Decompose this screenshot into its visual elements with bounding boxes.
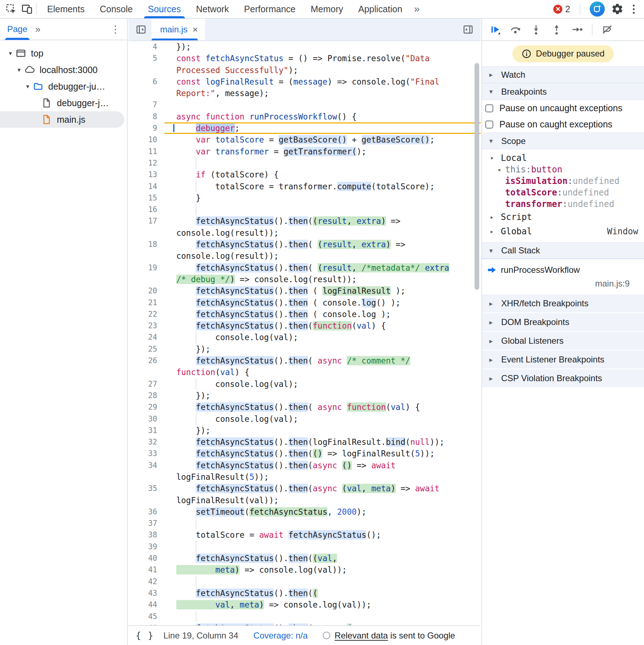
section-global-listeners[interactable]: ▸Global Listeners [482, 332, 644, 351]
code-line-26[interactable]: 26 fetchAsyncStatus().then( async /* com… [128, 355, 481, 366]
line-number[interactable]: 14 [128, 181, 164, 192]
line-number[interactable] [128, 64, 164, 76]
code-line-28[interactable]: 28 }); [128, 390, 481, 401]
code-line-5[interactable]: 5const fetchAsyncStatus = () => Promise.… [128, 53, 481, 64]
checkbox-unchecked[interactable] [485, 121, 493, 128]
code-line-25[interactable]: 25 }); [128, 343, 481, 355]
line-number[interactable]: 35 [128, 483, 164, 494]
line-number[interactable] [128, 274, 164, 285]
code-line-12[interactable]: 12 [128, 157, 481, 169]
line-number[interactable]: 5 [128, 53, 164, 64]
tab-application[interactable]: Application [351, 0, 410, 18]
scope-entry-this[interactable]: ▸this: button [482, 164, 644, 175]
line-number[interactable]: 41 [128, 564, 164, 576]
line-number[interactable]: 8 [128, 111, 164, 122]
line-number[interactable] [128, 366, 164, 378]
line-number[interactable] [128, 87, 164, 99]
code-line-24[interactable]: 24 console.log(val); [128, 331, 481, 343]
file-tab-mainjs[interactable]: main.js × [151, 19, 205, 40]
line-number[interactable]: 36 [128, 506, 164, 518]
line-number[interactable]: 12 [128, 157, 164, 169]
tree-item-localhost-3000[interactable]: ▾localhost:3000 [0, 62, 127, 78]
code-line-23[interactable]: 23 fetchAsyncStatus().then(function(val)… [128, 320, 481, 331]
code-line-8[interactable]: 8async function runProcessWorkflow() { [128, 111, 481, 122]
step-out-button[interactable] [551, 24, 562, 35]
line-number[interactable]: 33 [128, 448, 164, 459]
scope-local[interactable]: ▾ Local [482, 152, 644, 164]
code-line-wrap-16[interactable]: console.log(result)); [128, 227, 481, 239]
tab-network[interactable]: Network [189, 0, 237, 18]
code-line-41[interactable]: 41 meta) => console.log(val)); [128, 564, 481, 576]
scope-global[interactable]: ▸ Global Window [482, 224, 644, 239]
line-number[interactable] [128, 227, 164, 239]
tab-page[interactable]: Page [7, 18, 27, 40]
section-event-listener-breakpoints[interactable]: ▸Event Listener Breakpoints [482, 351, 644, 369]
code-line-9[interactable]: 9 debugger; [128, 122, 481, 134]
line-number[interactable]: 24 [128, 331, 164, 343]
code-line-17[interactable]: 17 fetchAsyncStatus().then((result, extr… [128, 215, 481, 227]
line-number[interactable]: 9 [128, 122, 164, 134]
tree-item-main-js[interactable]: main.js [0, 111, 124, 128]
code-line-37[interactable]: 37 [128, 518, 481, 529]
call-stack-frame[interactable]: runProcessWorkflowmain.js:9 [482, 259, 644, 294]
line-number[interactable]: 7 [128, 99, 164, 110]
code-line-38[interactable]: 38 totalScore = await fetchAsyncStatus()… [128, 529, 481, 541]
tab-elements[interactable]: Elements [40, 0, 92, 18]
code-line-11[interactable]: 11 var transformer = getTransformer(); [128, 146, 481, 157]
line-number[interactable]: 26 [128, 355, 164, 366]
line-number[interactable]: 23 [128, 320, 164, 331]
section-call-stack[interactable]: ▾ Call Stack [482, 242, 644, 259]
line-number[interactable]: 10 [128, 134, 164, 145]
line-number[interactable]: 42 [128, 576, 164, 587]
code-line-16[interactable]: 16 [128, 204, 481, 215]
step-button[interactable] [571, 24, 583, 35]
tab-performance[interactable]: Performance [236, 0, 303, 18]
line-number[interactable]: 15 [128, 192, 164, 204]
line-number[interactable]: 46 [128, 622, 164, 625]
line-number[interactable]: 25 [128, 343, 164, 355]
step-into-button[interactable] [530, 24, 542, 35]
code-line-43[interactable]: 43 fetchAsyncStatus().then(( [128, 587, 481, 599]
code-line-31[interactable]: 31 }); [128, 425, 481, 436]
code-line-wrap-37[interactable]: logFinalResult(5)); [128, 471, 481, 483]
code-line-20[interactable]: 20 fetchAsyncStatus().then ( logFinalRes… [128, 285, 481, 297]
code-line-wrap-39[interactable]: logFinalResult(val)); [128, 495, 481, 506]
hide-navigator-icon[interactable] [135, 23, 147, 36]
pretty-print-button[interactable]: { } [136, 630, 154, 641]
tree-item-debugger-j-[interactable]: debugger-j… [0, 95, 127, 111]
code-editor[interactable]: 4});5const fetchAsyncStatus = () => Prom… [128, 41, 481, 625]
line-number[interactable]: 29 [128, 401, 164, 413]
line-number[interactable]: 6 [128, 76, 164, 87]
line-number[interactable]: 11 [128, 146, 164, 157]
tab-sources[interactable]: Sources [140, 0, 189, 18]
line-number[interactable]: 28 [128, 390, 164, 401]
inspect-element-icon[interactable] [5, 3, 17, 15]
line-number[interactable]: 40 [128, 552, 164, 564]
line-number[interactable]: 43 [128, 587, 164, 599]
settings-gear-icon[interactable] [611, 3, 623, 15]
line-number[interactable]: 34 [128, 460, 164, 471]
tree-item-top[interactable]: ▾top [0, 45, 127, 62]
line-number[interactable] [128, 250, 164, 262]
relevant-data-link[interactable]: Relevant data [335, 631, 388, 640]
code-line-22[interactable]: 22 fetchAsyncStatus().then ( console.log… [128, 308, 481, 320]
code-line-13[interactable]: 13 if (totalScore) { [128, 169, 481, 180]
code-line-36[interactable]: 36 setTimeout(fetchAsyncStatus, 2000); [128, 506, 481, 518]
tree-item-debugger-ju-[interactable]: ▾debugger-ju… [0, 78, 127, 95]
code-line-45[interactable]: 45 [128, 611, 481, 622]
coverage-link[interactable]: Coverage: n/a [253, 631, 308, 641]
line-number[interactable]: 13 [128, 169, 164, 180]
line-number[interactable] [128, 495, 164, 506]
code-line-7[interactable]: 7 [128, 99, 481, 110]
tab-memory[interactable]: Memory [303, 0, 350, 18]
line-number[interactable]: 19 [128, 262, 164, 274]
line-number[interactable]: 16 [128, 204, 164, 215]
code-line-34[interactable]: 34 fetchAsyncStatus().then(async () => a… [128, 460, 481, 471]
code-line-10[interactable]: 10 var totalScore = getBaseScore() + get… [128, 134, 481, 145]
line-number[interactable]: 31 [128, 425, 164, 436]
scope-script[interactable]: ▸ Script [482, 210, 644, 224]
code-line-44[interactable]: 44 val, meta) => console.log(val)); [128, 599, 481, 610]
editor-scrollbar[interactable] [475, 63, 479, 290]
line-number[interactable]: 44 [128, 599, 164, 610]
code-line-30[interactable]: 30 console.log(val); [128, 413, 481, 425]
